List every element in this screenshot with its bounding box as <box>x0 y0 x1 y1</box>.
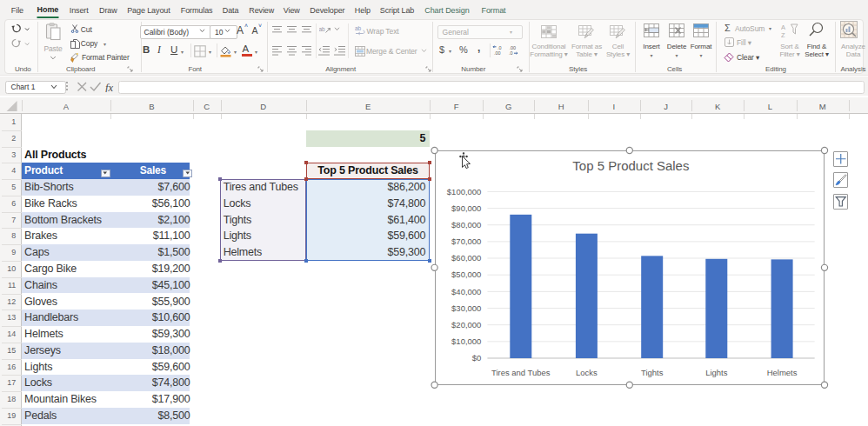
svg-text:Top 5 Product Sales: Top 5 Product Sales <box>572 158 689 173</box>
svg-text:$50,000: $50,000 <box>451 270 481 279</box>
svg-text:ab: ab <box>319 26 325 32</box>
svg-text:$60,000: $60,000 <box>451 253 481 263</box>
svg-text:A: A <box>781 23 785 31</box>
svg-text:$0: $0 <box>471 353 481 363</box>
svg-text:$10,000: $10,000 <box>451 336 481 346</box>
svg-text:Tires and Tubes: Tires and Tubes <box>491 368 551 377</box>
svg-text:.0: .0 <box>497 45 502 50</box>
svg-text:.00: .00 <box>510 45 517 50</box>
svg-text:ab: ab <box>355 25 362 31</box>
svg-text:$100,000: $100,000 <box>446 187 481 196</box>
svg-text:.00: .00 <box>494 50 501 56</box>
svg-text:Tights: Tights <box>641 368 664 377</box>
svg-text:Locks: Locks <box>576 368 598 377</box>
svg-text:$30,000: $30,000 <box>451 303 481 313</box>
svg-text:$80,000: $80,000 <box>451 220 481 230</box>
svg-text:.0: .0 <box>509 50 513 56</box>
svg-text:$90,000: $90,000 <box>451 203 481 213</box>
svg-text:$70,000: $70,000 <box>451 236 481 246</box>
svg-text:Lights: Lights <box>705 368 728 377</box>
svg-text:Z: Z <box>781 31 785 39</box>
svg-text:$20,000: $20,000 <box>451 320 481 329</box>
svg-text:Helmets: Helmets <box>766 368 797 377</box>
svg-text:fx: fx <box>105 82 113 93</box>
svg-text:$40,000: $40,000 <box>451 287 481 296</box>
